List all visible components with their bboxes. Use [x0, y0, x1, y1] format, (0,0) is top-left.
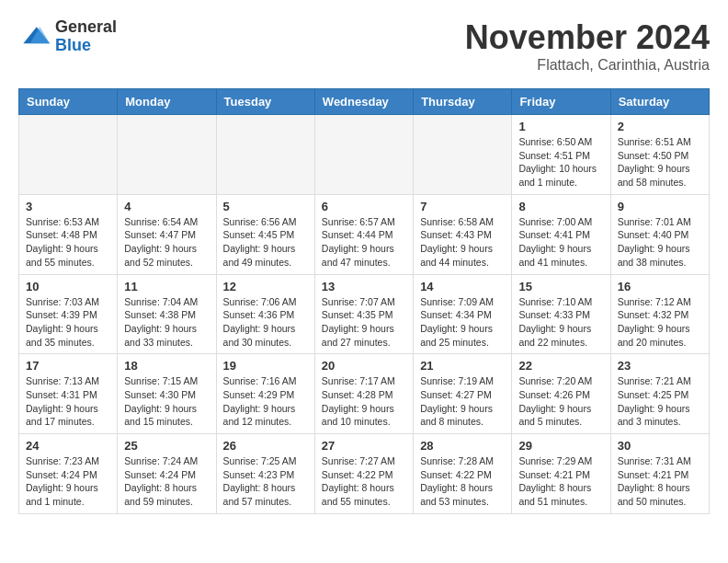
day-info: Sunrise: 7:04 AM Sunset: 4:38 PM Dayligh… [124, 295, 209, 350]
weekday-header-wednesday: Wednesday [314, 89, 413, 115]
day-info: Sunrise: 7:21 AM Sunset: 4:25 PM Dayligh… [618, 374, 702, 429]
logo-blue: Blue [55, 37, 117, 55]
calendar-cell: 24Sunrise: 7:23 AM Sunset: 4:24 PM Dayli… [19, 434, 118, 514]
day-number: 30 [618, 439, 702, 453]
calendar-cell [19, 115, 118, 195]
calendar-cell: 17Sunrise: 7:13 AM Sunset: 4:31 PM Dayli… [19, 354, 118, 434]
day-number: 5 [223, 200, 308, 213]
day-info: Sunrise: 6:57 AM Sunset: 4:44 PM Dayligh… [322, 215, 406, 270]
calendar-cell: 26Sunrise: 7:25 AM Sunset: 4:23 PM Dayli… [216, 434, 314, 514]
day-info: Sunrise: 7:06 AM Sunset: 4:36 PM Dayligh… [223, 295, 308, 350]
day-info: Sunrise: 7:24 AM Sunset: 4:24 PM Dayligh… [124, 454, 209, 509]
logo-icon [18, 20, 51, 53]
day-info: Sunrise: 7:15 AM Sunset: 4:30 PM Dayligh… [124, 374, 209, 429]
logo-text: General Blue [55, 18, 117, 55]
day-info: Sunrise: 7:17 AM Sunset: 4:28 PM Dayligh… [322, 374, 406, 429]
logo: General Blue [18, 18, 117, 55]
day-info: Sunrise: 7:01 AM Sunset: 4:40 PM Dayligh… [618, 215, 702, 270]
day-info: Sunrise: 7:16 AM Sunset: 4:29 PM Dayligh… [223, 374, 308, 429]
calendar-cell: 13Sunrise: 7:07 AM Sunset: 4:35 PM Dayli… [314, 274, 413, 354]
day-info: Sunrise: 6:58 AM Sunset: 4:43 PM Dayligh… [420, 215, 505, 270]
day-info: Sunrise: 6:53 AM Sunset: 4:48 PM Dayligh… [26, 215, 110, 270]
calendar-cell: 10Sunrise: 7:03 AM Sunset: 4:39 PM Dayli… [19, 274, 118, 354]
day-number: 14 [420, 280, 505, 293]
day-info: Sunrise: 7:07 AM Sunset: 4:35 PM Dayligh… [322, 295, 406, 350]
calendar-week-4: 17Sunrise: 7:13 AM Sunset: 4:31 PM Dayli… [19, 354, 710, 434]
day-number: 20 [322, 359, 406, 373]
page-header: General Blue November 2024 Flattach, Car… [18, 18, 710, 74]
day-number: 12 [223, 280, 308, 293]
day-number: 29 [518, 439, 603, 453]
calendar-cell [118, 115, 216, 195]
calendar-cell: 9Sunrise: 7:01 AM Sunset: 4:40 PM Daylig… [610, 194, 709, 274]
day-number: 7 [420, 200, 505, 213]
day-info: Sunrise: 6:50 AM Sunset: 4:51 PM Dayligh… [518, 135, 603, 190]
day-number: 6 [322, 200, 406, 213]
calendar-cell: 16Sunrise: 7:12 AM Sunset: 4:32 PM Dayli… [610, 274, 709, 354]
calendar-cell [314, 115, 413, 195]
calendar-cell: 20Sunrise: 7:17 AM Sunset: 4:28 PM Dayli… [314, 354, 413, 434]
day-info: Sunrise: 7:00 AM Sunset: 4:41 PM Dayligh… [518, 215, 603, 270]
day-number: 16 [618, 280, 702, 293]
day-number: 9 [618, 200, 702, 213]
calendar-cell: 5Sunrise: 6:56 AM Sunset: 4:45 PM Daylig… [216, 194, 314, 274]
day-info: Sunrise: 7:31 AM Sunset: 4:21 PM Dayligh… [618, 454, 702, 509]
calendar-week-3: 10Sunrise: 7:03 AM Sunset: 4:39 PM Dayli… [19, 274, 710, 354]
day-number: 22 [518, 359, 603, 373]
calendar-cell: 1Sunrise: 6:50 AM Sunset: 4:51 PM Daylig… [512, 115, 610, 195]
calendar-cell: 28Sunrise: 7:28 AM Sunset: 4:22 PM Dayli… [414, 434, 512, 514]
calendar-cell: 8Sunrise: 7:00 AM Sunset: 4:41 PM Daylig… [512, 194, 610, 274]
day-number: 19 [223, 359, 308, 373]
day-info: Sunrise: 7:23 AM Sunset: 4:24 PM Dayligh… [26, 454, 110, 509]
calendar-cell: 25Sunrise: 7:24 AM Sunset: 4:24 PM Dayli… [118, 434, 216, 514]
calendar-cell: 11Sunrise: 7:04 AM Sunset: 4:38 PM Dayli… [118, 274, 216, 354]
calendar-cell: 19Sunrise: 7:16 AM Sunset: 4:29 PM Dayli… [216, 354, 314, 434]
calendar-cell: 14Sunrise: 7:09 AM Sunset: 4:34 PM Dayli… [414, 274, 512, 354]
day-info: Sunrise: 7:19 AM Sunset: 4:27 PM Dayligh… [420, 374, 505, 429]
day-number: 13 [322, 280, 406, 293]
day-number: 10 [26, 280, 110, 293]
day-number: 23 [618, 359, 702, 373]
calendar-cell: 18Sunrise: 7:15 AM Sunset: 4:30 PM Dayli… [118, 354, 216, 434]
day-number: 24 [26, 439, 110, 453]
day-info: Sunrise: 7:27 AM Sunset: 4:22 PM Dayligh… [322, 454, 406, 509]
day-info: Sunrise: 7:09 AM Sunset: 4:34 PM Dayligh… [420, 295, 505, 350]
weekday-header-monday: Monday [118, 89, 216, 115]
location: Flattach, Carinthia, Austria [465, 57, 710, 74]
calendar-cell [216, 115, 314, 195]
month-title: November 2024 [465, 18, 710, 57]
day-number: 3 [26, 200, 110, 213]
weekday-header-friday: Friday [512, 89, 610, 115]
day-number: 11 [124, 280, 209, 293]
calendar-cell: 2Sunrise: 6:51 AM Sunset: 4:50 PM Daylig… [610, 115, 709, 195]
calendar-cell: 23Sunrise: 7:21 AM Sunset: 4:25 PM Dayli… [610, 354, 709, 434]
calendar-cell: 6Sunrise: 6:57 AM Sunset: 4:44 PM Daylig… [314, 194, 413, 274]
calendar-cell: 7Sunrise: 6:58 AM Sunset: 4:43 PM Daylig… [414, 194, 512, 274]
weekday-header-row: SundayMondayTuesdayWednesdayThursdayFrid… [19, 89, 710, 115]
day-number: 8 [518, 200, 603, 213]
calendar-cell: 22Sunrise: 7:20 AM Sunset: 4:26 PM Dayli… [512, 354, 610, 434]
day-info: Sunrise: 7:10 AM Sunset: 4:33 PM Dayligh… [518, 295, 603, 350]
day-number: 26 [223, 439, 308, 453]
day-info: Sunrise: 7:13 AM Sunset: 4:31 PM Dayligh… [26, 374, 110, 429]
day-number: 17 [26, 359, 110, 373]
title-block: November 2024 Flattach, Carinthia, Austr… [465, 18, 710, 74]
day-info: Sunrise: 7:28 AM Sunset: 4:22 PM Dayligh… [420, 454, 505, 509]
day-info: Sunrise: 6:51 AM Sunset: 4:50 PM Dayligh… [618, 135, 702, 190]
calendar-cell: 21Sunrise: 7:19 AM Sunset: 4:27 PM Dayli… [414, 354, 512, 434]
day-number: 21 [420, 359, 505, 373]
day-info: Sunrise: 7:25 AM Sunset: 4:23 PM Dayligh… [223, 454, 308, 509]
day-number: 27 [322, 439, 406, 453]
calendar-cell: 4Sunrise: 6:54 AM Sunset: 4:47 PM Daylig… [118, 194, 216, 274]
calendar: SundayMondayTuesdayWednesdayThursdayFrid… [18, 88, 710, 514]
calendar-cell: 29Sunrise: 7:29 AM Sunset: 4:21 PM Dayli… [512, 434, 610, 514]
calendar-week-5: 24Sunrise: 7:23 AM Sunset: 4:24 PM Dayli… [19, 434, 710, 514]
day-info: Sunrise: 7:12 AM Sunset: 4:32 PM Dayligh… [618, 295, 702, 350]
calendar-week-2: 3Sunrise: 6:53 AM Sunset: 4:48 PM Daylig… [19, 194, 710, 274]
weekday-header-sunday: Sunday [19, 89, 118, 115]
day-number: 4 [124, 200, 209, 213]
weekday-header-tuesday: Tuesday [216, 89, 314, 115]
logo-general: General [55, 18, 117, 37]
day-number: 18 [124, 359, 209, 373]
calendar-cell: 30Sunrise: 7:31 AM Sunset: 4:21 PM Dayli… [610, 434, 709, 514]
